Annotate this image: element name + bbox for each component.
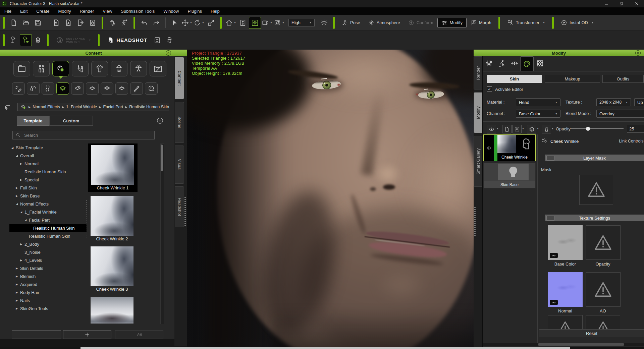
modify-hscrollbar[interactable] (483, 343, 644, 346)
menu-window[interactable]: Window (159, 7, 183, 15)
apply-down-button[interactable] (12, 330, 61, 339)
camera-mini-button[interactable]: ▼ (273, 17, 285, 29)
texture-slot-partial-2[interactable] (586, 315, 620, 329)
thumbnail-item[interactable]: Cheek Wrinkle 2 (89, 196, 136, 242)
tree-item[interactable]: ▶Skin Base (9, 192, 87, 200)
tree-item[interactable]: Realistic Human Skin (9, 168, 87, 176)
category-avatar-button[interactable] (33, 61, 50, 76)
tree-item[interactable]: ▶Blemish (9, 272, 87, 280)
tree-item[interactable]: ▶Nails (9, 296, 87, 304)
dropdown-arrow[interactable]: ▼ (551, 127, 554, 130)
subcategory-skin-arc-button[interactable] (86, 82, 99, 95)
quality-dropdown[interactable]: High▼ (288, 19, 315, 27)
eye-button[interactable] (487, 125, 496, 133)
thumbnail-scrollbar[interactable] (160, 143, 164, 324)
texture-slot-opacity[interactable] (586, 225, 621, 260)
close-button[interactable] (629, 0, 644, 7)
category-project-button[interactable] (13, 61, 30, 76)
tab-makeup[interactable]: Makeup (545, 75, 600, 83)
thumbnail-item[interactable] (89, 297, 136, 324)
texture-slot-normal[interactable] (548, 272, 583, 307)
tree-item[interactable]: ▶Full Skin (9, 184, 87, 192)
menu-create[interactable]: Create (32, 7, 54, 15)
tree-item[interactable]: ▶SkinGen Tools (9, 304, 87, 312)
menu-modify[interactable]: Modify (54, 7, 75, 15)
save-project-button[interactable] (32, 17, 44, 29)
menu-edit[interactable]: Edit (16, 7, 32, 15)
menu-plugins[interactable]: Plugins (183, 7, 206, 15)
dock-tab-visual[interactable]: Visual (175, 146, 184, 184)
menu-render[interactable]: Render (75, 7, 99, 15)
tree-item[interactable]: ▶Skin Details (9, 264, 87, 272)
dock-tab-headshot[interactable]: Headshot (175, 186, 184, 227)
dock-drag-handle[interactable] (184, 197, 186, 227)
menu-file[interactable]: File (0, 7, 16, 15)
subcategory-skin-tool-2-button[interactable] (27, 82, 40, 95)
modify-tab-rp-checker[interactable] (534, 58, 546, 69)
tree-item[interactable]: ◢Facial Part (9, 216, 87, 224)
fit-view-button[interactable] (237, 17, 249, 29)
texture-slot-ao[interactable] (586, 272, 621, 307)
restore-button[interactable] (614, 0, 629, 7)
search-input[interactable] (23, 132, 152, 138)
activate-editor-checkbox[interactable]: ✓ (487, 86, 492, 92)
export-pose-b-button[interactable] (20, 34, 32, 46)
category-pose-cat-button[interactable] (130, 61, 147, 76)
dropdown-arrow[interactable]: ▼ (522, 127, 524, 130)
tree-item[interactable]: ▶Special (9, 176, 87, 184)
minimize-button[interactable] (599, 0, 614, 7)
category-accessory-button[interactable] (111, 61, 127, 76)
undo-button[interactable] (138, 17, 150, 29)
dock-tab-render[interactable]: Render (474, 56, 483, 90)
modify-tab-rp-adjust[interactable] (496, 58, 507, 69)
breadcrumb-item[interactable]: 1_Facial Wrinkle (66, 105, 97, 109)
import-avatar-button[interactable] (50, 17, 62, 29)
dock-drag-handle-right[interactable] (474, 207, 476, 237)
headshot-button[interactable]: HEADSHOT (103, 35, 151, 46)
opacity-value-field[interactable]: 25 (627, 125, 644, 133)
redo-button[interactable] (150, 17, 162, 29)
trash-button[interactable] (542, 125, 551, 133)
atmosphere-mode-button[interactable]: Atmosphere (364, 18, 404, 28)
category-cloth-button[interactable] (91, 61, 108, 76)
dropdown-arrow[interactable]: ▼ (496, 127, 499, 130)
rotate-tool-button[interactable]: ▼ (193, 17, 205, 29)
bottom-scrollbar[interactable] (80, 347, 570, 349)
tab-template[interactable]: Template (17, 116, 49, 126)
headshot-head-button[interactable] (163, 34, 175, 46)
tree-item[interactable]: Realistic Human Skin (9, 224, 87, 232)
layer-item[interactable]: Cheek Wrinkle (483, 134, 536, 161)
tree-item[interactable]: ▶2_Body (9, 240, 87, 248)
zoom-region-button[interactable] (249, 17, 261, 29)
modify-mode-button[interactable]: Modify (437, 18, 467, 28)
menu-submission-tools[interactable]: Submission Tools (116, 7, 159, 15)
splitter-handle[interactable] (86, 200, 87, 237)
modify-tab-rp-sliders[interactable] (483, 58, 495, 69)
collapse-texture-settings[interactable]: − (546, 216, 554, 221)
brightness-button[interactable] (318, 17, 330, 29)
category-skin-ball-button[interactable] (52, 61, 69, 76)
tree-item[interactable]: ◢Skin Template (9, 143, 87, 152)
layers-stack-button[interactable] (527, 125, 536, 133)
category-makeup-button[interactable] (72, 61, 89, 76)
breadcrumb-back-icon[interactable] (4, 104, 11, 111)
menu-view[interactable]: View (98, 7, 116, 15)
export-pose-a-button[interactable] (8, 34, 20, 46)
tree-item[interactable]: ▶Normal (9, 160, 87, 168)
substance-painter-button[interactable]: SUBSTANCEPAINTER▼ (52, 34, 95, 46)
collapse-layer-mask[interactable]: − (546, 156, 554, 161)
reset-button[interactable]: Reset (539, 329, 644, 337)
blend-mode-dropdown[interactable]: Overlay (596, 110, 644, 118)
page-button[interactable] (502, 125, 512, 133)
channel-dropdown[interactable]: Base Color▼ (516, 110, 560, 118)
texture-slot-partial-1[interactable] (548, 315, 583, 329)
camera-view-button[interactable]: ▼ (261, 17, 273, 29)
thumbnail-item[interactable]: Cheek Wrinkle 1 (88, 143, 138, 192)
modify-tab-rp-palette[interactable] (520, 56, 534, 71)
tree-item[interactable]: ▶Acquired (9, 280, 87, 288)
modify-tab-rp-converge[interactable] (509, 58, 520, 69)
opacity-slider-track[interactable] (571, 128, 624, 129)
transformer-button[interactable]: Transformer▼ (503, 17, 549, 28)
opacity-slider-thumb[interactable] (586, 127, 590, 131)
tree-item[interactable]: ◢Normal Effects (9, 200, 87, 208)
